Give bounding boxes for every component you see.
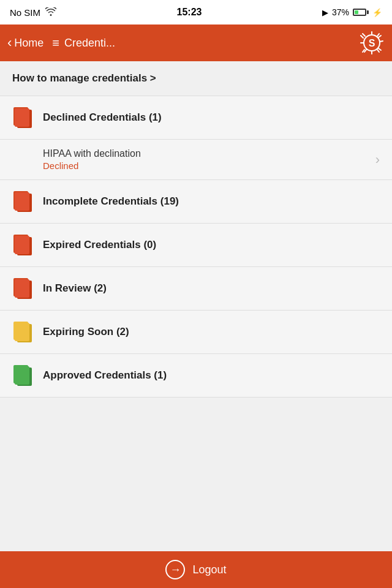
- wifi-icon: [45, 7, 56, 18]
- app-logo: S: [359, 30, 385, 56]
- status-right: ▶ 37% ⚡: [322, 7, 382, 17]
- section-expiring-soon[interactable]: Expiring Soon (2): [0, 311, 392, 354]
- expiring-soon-icon: [12, 320, 33, 344]
- incomplete-label: Incomplete Credentials (19): [43, 195, 179, 208]
- in-review-icon: [12, 277, 33, 300]
- hipaa-chevron-icon: ›: [375, 152, 380, 168]
- battery-icon: [353, 9, 369, 16]
- approved-icon: [12, 364, 33, 387]
- nav-bar: ‹ Home ≡ Credenti...: [0, 24, 392, 61]
- approved-label: Approved Credentials (1): [43, 369, 167, 382]
- battery-percent: 37%: [332, 7, 349, 17]
- logout-label: Logout: [192, 564, 226, 576]
- expiring-soon-label: Expiring Soon (2): [43, 326, 129, 338]
- expired-label: Expired Credentials (0): [43, 239, 156, 251]
- logo-svg: S: [359, 30, 385, 56]
- section-approved[interactable]: Approved Credentials (1): [0, 354, 392, 398]
- how-to-label: How to manage credentials >: [12, 72, 156, 84]
- svg-rect-31: [15, 366, 29, 385]
- svg-rect-16: [15, 108, 29, 127]
- svg-rect-19: [15, 192, 29, 211]
- how-to-bar[interactable]: How to manage credentials >: [0, 61, 392, 96]
- declined-icon: [12, 106, 33, 129]
- hipaa-sub-item[interactable]: HIPAA with declination Declined ›: [0, 140, 392, 180]
- svg-line-7: [363, 34, 365, 36]
- logout-bar[interactable]: → Logout: [0, 551, 392, 588]
- logout-icon: →: [165, 560, 185, 579]
- back-arrow-icon: ‹: [7, 35, 12, 51]
- menu-icon[interactable]: ≡: [52, 36, 59, 50]
- hipaa-content: HIPAA with declination Declined: [43, 148, 141, 171]
- status-bar: No SIM 15:23 ▶ 37% ⚡: [0, 0, 392, 24]
- expired-icon: [12, 233, 33, 257]
- back-label: Home: [14, 37, 43, 50]
- carrier-label: No SIM: [10, 7, 40, 18]
- svg-line-1: [377, 34, 379, 36]
- in-review-label: In Review (2): [43, 282, 107, 295]
- logout-arrow-icon: →: [170, 564, 181, 576]
- svg-text:S: S: [369, 38, 375, 48]
- svg-rect-28: [15, 323, 29, 341]
- hipaa-status: Declined: [43, 160, 141, 171]
- svg-line-3: [379, 48, 381, 50]
- charging-icon: ⚡: [372, 8, 382, 17]
- status-time: 15:23: [177, 7, 202, 18]
- section-in-review[interactable]: In Review (2): [0, 267, 392, 311]
- section-declined[interactable]: Declined Credentials (1): [0, 96, 392, 140]
- declined-label: Declined Credentials (1): [43, 111, 162, 124]
- section-expired[interactable]: Expired Credentials (0): [0, 224, 392, 267]
- content-area: How to manage credentials > Declined Cre…: [0, 61, 392, 551]
- nav-back-button[interactable]: ‹ Home: [7, 35, 43, 51]
- status-left: No SIM: [10, 7, 56, 18]
- section-incomplete[interactable]: Incomplete Credentials (19): [0, 180, 392, 224]
- svg-line-8: [379, 36, 381, 37]
- location-icon: ▶: [322, 8, 328, 17]
- incomplete-icon: [12, 190, 33, 213]
- nav-title: Credenti...: [64, 37, 359, 50]
- svg-rect-22: [15, 236, 29, 254]
- svg-line-11: [361, 36, 363, 38]
- hipaa-title: HIPAA with declination: [43, 148, 141, 159]
- svg-line-9: [377, 50, 379, 52]
- svg-rect-25: [15, 279, 29, 298]
